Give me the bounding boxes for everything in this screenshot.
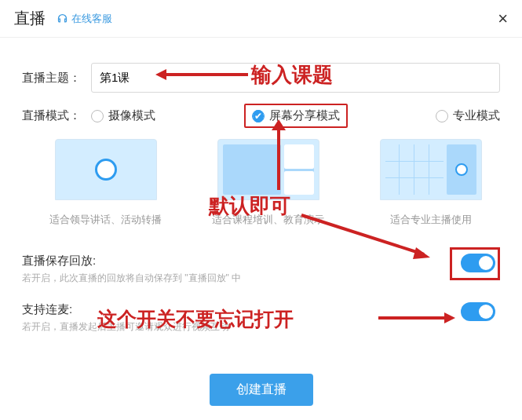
customer-service-link[interactable]: 在线客服 [57, 12, 112, 26]
radio-icon [436, 110, 448, 122]
dialog-footer: 创建直播 [0, 374, 522, 406]
preview-camera: 适合领导讲话、活动转播 [36, 139, 175, 227]
laptop-icon [55, 139, 157, 200]
laptop-icon [380, 139, 482, 200]
replay-section: 直播保存回放: 若开启，此次直播的回放将自动保存到 "直播回放" 中 [22, 254, 500, 285]
preview-screen: 适合课程培训、教育演示 [199, 139, 338, 227]
preview-caption: 适合专业主播使用 [361, 213, 500, 227]
dialog-header: 直播 在线客服 × [0, 0, 522, 38]
mic-hint: 若开启，直播发起后主播可邀请观众进行视频互动 [22, 320, 500, 334]
mode-option-label: 摄像模式 [108, 108, 155, 123]
close-icon[interactable]: × [498, 10, 508, 27]
replay-title: 直播保存回放: [22, 254, 500, 268]
topic-row: 直播主题： [22, 63, 500, 93]
headset-icon [57, 13, 68, 24]
preview-pro: 适合专业主播使用 [361, 139, 500, 227]
mode-option-camera[interactable]: 摄像模式 [91, 108, 155, 123]
laptop-icon [217, 139, 319, 200]
mic-title: 支持连麦: [22, 302, 500, 317]
preview-caption: 适合领导讲话、活动转播 [36, 213, 175, 227]
topic-label: 直播主题： [22, 71, 91, 86]
create-live-button[interactable]: 创建直播 [210, 374, 313, 406]
preview-caption: 适合课程培训、教育演示 [199, 213, 338, 227]
mode-option-pro[interactable]: 专业模式 [436, 108, 500, 123]
mic-toggle[interactable] [461, 302, 495, 321]
radio-selected-icon [252, 110, 265, 122]
mode-previews: 适合领导讲话、活动转播 适合课程培训、教育演示 适合专业主播使用 [22, 139, 500, 227]
mode-row: 直播模式： 摄像模式 屏幕分享模式 专业模式 [22, 104, 500, 128]
mode-option-label: 专业模式 [453, 108, 500, 123]
radio-icon [91, 110, 104, 122]
topic-input[interactable] [91, 63, 500, 93]
customer-service-label: 在线客服 [71, 12, 112, 26]
replay-hint: 若开启，此次直播的回放将自动保存到 "直播回放" 中 [22, 272, 500, 285]
dialog-title: 直播 [14, 8, 46, 29]
mode-label: 直播模式： [22, 108, 91, 123]
mode-option-label: 屏幕分享模式 [269, 108, 340, 123]
mic-section: 支持连麦: 若开启，直播发起后主播可邀请观众进行视频互动 [22, 302, 500, 334]
replay-toggle[interactable] [461, 254, 495, 272]
mode-option-screen[interactable]: 屏幕分享模式 [244, 104, 348, 128]
